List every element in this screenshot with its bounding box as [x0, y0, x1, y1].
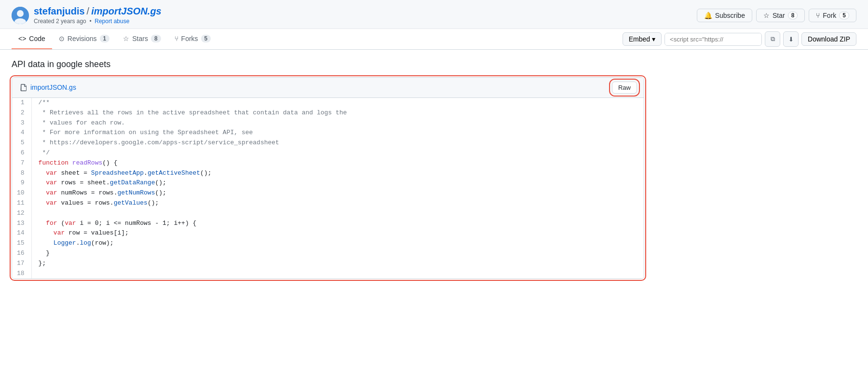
- report-link[interactable]: Report abuse: [95, 18, 129, 25]
- line-number: 15: [12, 238, 31, 249]
- user-info: stefanjudis / importJSON.gs Created 2 ye…: [12, 6, 162, 25]
- table-row: 5 * https://developers.google.com/apps-s…: [12, 138, 644, 148]
- file-name-link[interactable]: importJSON.gs: [30, 83, 76, 91]
- download-icon-button[interactable]: ⬇: [783, 31, 799, 47]
- line-number: 1: [12, 98, 31, 108]
- copy-button[interactable]: ⧉: [765, 31, 780, 47]
- header-actions: 🔔 Subscribe ☆ Star 8 ⑂ Fork 5: [697, 9, 856, 22]
- star-count: 8: [788, 12, 798, 19]
- line-code: var row = values[i];: [31, 228, 644, 238]
- table-row: 17 };: [12, 259, 644, 269]
- line-number: 16: [12, 249, 31, 259]
- line-code: /**: [31, 98, 644, 108]
- table-row: 14 var row = values[i];: [12, 228, 644, 238]
- line-number: 8: [12, 168, 31, 179]
- line-code: * https://developers.google.com/apps-scr…: [31, 138, 644, 148]
- line-number: 5: [12, 138, 31, 148]
- fork-count: 5: [839, 12, 849, 19]
- code-area: 1 /** 2 * Retrieves all the rows in the …: [12, 98, 644, 278]
- forks-label: Forks: [181, 35, 198, 42]
- line-number: 10: [12, 188, 31, 198]
- user-link[interactable]: stefanjudis: [34, 6, 85, 17]
- code-label: Code: [29, 35, 45, 42]
- line-code: var rows = sheet.getDataRange();: [31, 178, 644, 188]
- download-zip-button[interactable]: Download ZIP: [801, 32, 856, 46]
- table-row: 10 var numRows = rows.getNumRows();: [12, 188, 644, 198]
- star-icon: ☆: [763, 12, 770, 19]
- main-content: API data in google sheets importJSON.gs …: [0, 50, 656, 289]
- table-row: 2 * Retrieves all the rows in the active…: [12, 108, 644, 118]
- table-row: 18: [12, 269, 644, 279]
- line-number: 2: [12, 108, 31, 118]
- table-row: 7 function readRows() {: [12, 158, 644, 168]
- table-row: 12: [12, 208, 644, 219]
- line-number: 11: [12, 198, 31, 208]
- subscribe-button[interactable]: 🔔 Subscribe: [697, 9, 752, 22]
- line-code: Logger.log(row);: [31, 238, 644, 249]
- gist-title-line: stefanjudis / importJSON.gs: [34, 6, 162, 17]
- revisions-icon: ⊙: [59, 35, 65, 42]
- created-text: Created 2 years ago: [34, 18, 86, 25]
- tab-code[interactable]: <> Code: [12, 29, 52, 49]
- table-row: 13 for (var i = 0; i <= numRows - 1; i++…: [12, 219, 644, 229]
- bell-icon: 🔔: [704, 12, 712, 19]
- forks-tab-icon: ⑂: [175, 35, 178, 42]
- nav-tabs: <> Code ⊙ Revisions 1 ☆ Stars 8 ⑂ Forks …: [0, 29, 868, 50]
- stars-label: Stars: [132, 35, 148, 42]
- raw-button[interactable]: Raw: [612, 82, 637, 94]
- line-number: 17: [12, 259, 31, 269]
- line-code: [31, 269, 644, 279]
- script-src-input[interactable]: [665, 33, 761, 45]
- embed-button[interactable]: Embed ▾: [623, 32, 662, 46]
- raw-btn-wrapper: Raw: [612, 82, 637, 94]
- line-code: }: [31, 249, 644, 259]
- download-small-icon: ⬇: [788, 36, 794, 43]
- line-code: [31, 208, 644, 219]
- copy-icon: ⧉: [771, 35, 775, 43]
- table-row: 11 var values = rows.getValues();: [12, 198, 644, 208]
- line-code: var sheet = SpreadsheetApp.getActiveShee…: [31, 168, 644, 179]
- file-title-link[interactable]: importJSON.gs: [91, 6, 162, 17]
- line-number: 13: [12, 219, 31, 229]
- table-row: 8 var sheet = SpreadsheetApp.getActiveSh…: [12, 168, 644, 179]
- subscribe-label: Subscribe: [715, 12, 745, 19]
- line-number: 12: [12, 208, 31, 219]
- chevron-down-icon: ▾: [652, 35, 655, 43]
- line-number: 18: [12, 269, 31, 279]
- line-code: * Retrieves all the rows in the active s…: [31, 108, 644, 118]
- tab-revisions[interactable]: ⊙ Revisions 1: [52, 29, 116, 49]
- code-icon: <>: [18, 35, 26, 42]
- line-code: * For more information on using the Spre…: [31, 128, 644, 138]
- fork-label: Fork: [823, 12, 836, 19]
- nav-tabs-right: Embed ▾ ⧉ ⬇ Download ZIP: [623, 31, 856, 47]
- separator: /: [87, 6, 90, 17]
- star-label: Star: [773, 12, 785, 19]
- fork-button[interactable]: ⑂ Fork 5: [809, 9, 856, 22]
- nav-tabs-left: <> Code ⊙ Revisions 1 ☆ Stars 8 ⑂ Forks …: [12, 29, 217, 49]
- gist-title: stefanjudis / importJSON.gs Created 2 ye…: [34, 6, 162, 25]
- line-code: */: [31, 148, 644, 158]
- code-table: 1 /** 2 * Retrieves all the rows in the …: [12, 98, 644, 278]
- table-row: 1 /**: [12, 98, 644, 108]
- line-code: var values = rows.getValues();: [31, 198, 644, 208]
- script-input-container: [665, 33, 762, 46]
- star-button[interactable]: ☆ Star 8: [756, 9, 805, 22]
- file-box: importJSON.gs Raw 1 /** 2 * Retrieves al…: [12, 77, 644, 279]
- line-number: 6: [12, 148, 31, 158]
- line-code: };: [31, 259, 644, 269]
- line-number: 14: [12, 228, 31, 238]
- tab-stars[interactable]: ☆ Stars 8: [116, 29, 167, 49]
- file-code-icon: [19, 83, 27, 92]
- table-row: 3 * values for each row.: [12, 118, 644, 128]
- tab-forks[interactable]: ⑂ Forks 5: [168, 29, 218, 49]
- stars-count: 8: [151, 35, 161, 42]
- line-code: * values for each row.: [31, 118, 644, 128]
- table-row: 16 }: [12, 249, 644, 259]
- revisions-label: Revisions: [68, 35, 97, 42]
- embed-label: Embed: [629, 35, 650, 43]
- line-code: for (var i = 0; i <= numRows - 1; i++) {: [31, 219, 644, 229]
- line-number: 4: [12, 128, 31, 138]
- file-header-left: importJSON.gs: [19, 83, 76, 92]
- created-info: Created 2 years ago • Report abuse: [34, 18, 162, 25]
- line-code: function readRows() {: [31, 158, 644, 168]
